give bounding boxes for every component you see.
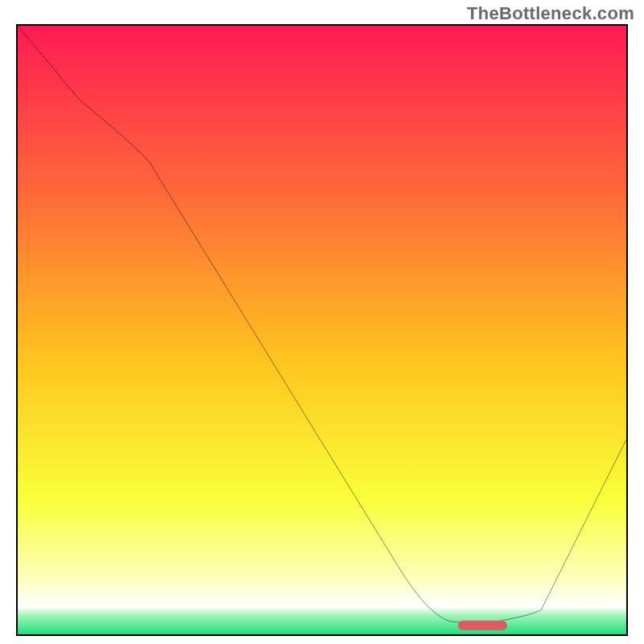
optimal-range-bar bbox=[458, 621, 507, 630]
bottleneck-curve bbox=[18, 26, 626, 634]
chart-stage: TheBottleneck.com bbox=[0, 0, 644, 644]
plot-area bbox=[16, 24, 628, 636]
watermark-text: TheBottleneck.com bbox=[467, 3, 634, 24]
